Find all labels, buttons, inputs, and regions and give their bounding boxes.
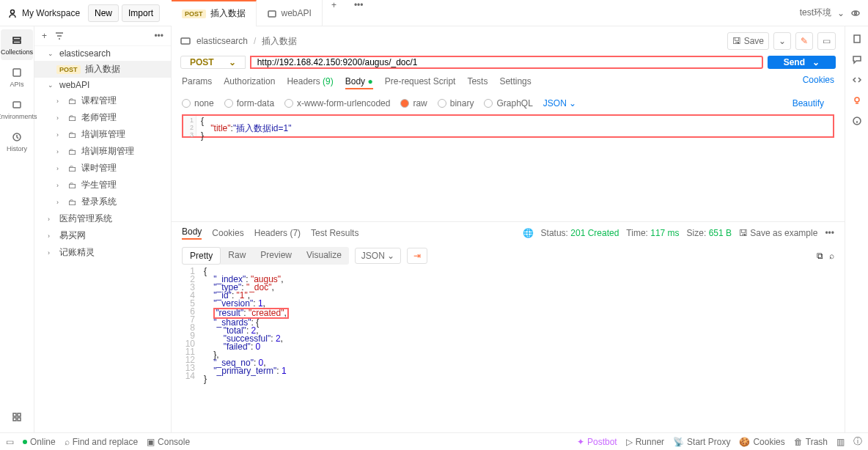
tab-request-1[interactable]: POST 插入数据 bbox=[172, 0, 257, 26]
panel-toggle-icon[interactable]: ▭ bbox=[6, 437, 14, 447]
body-raw[interactable]: raw bbox=[400, 98, 427, 108]
search-icon[interactable]: ⌕ bbox=[829, 251, 834, 261]
new-button[interactable]: New bbox=[88, 4, 119, 22]
postbot-button[interactable]: ✦ Postbot bbox=[577, 437, 617, 447]
cookies-link[interactable]: Cookies bbox=[803, 75, 834, 89]
request-body-editor[interactable]: 123 { "title":"插入数据id=1" } bbox=[182, 114, 834, 138]
tree-collection[interactable]: ›医药管理系统 bbox=[34, 210, 171, 227]
tab-tests[interactable]: Tests bbox=[467, 75, 488, 89]
environment-name: test环境 bbox=[800, 7, 831, 19]
add-button[interactable]: + bbox=[42, 31, 47, 41]
add-tab-button[interactable]: + bbox=[323, 0, 345, 26]
chevron-down-icon: ⌄ bbox=[229, 57, 236, 67]
left-rail: Collections APIs Environments History bbox=[0, 26, 34, 432]
environment-selector[interactable]: test环境 ⌄ bbox=[792, 7, 868, 19]
copy-icon[interactable]: ⧉ bbox=[817, 251, 823, 261]
help-icon[interactable]: ⓘ bbox=[853, 435, 862, 448]
send-button[interactable]: Send⌄ bbox=[768, 56, 836, 69]
wrap-icon[interactable]: ⇥ bbox=[407, 248, 427, 264]
bulb-icon[interactable] bbox=[852, 95, 862, 106]
rail-environments[interactable]: Environments bbox=[1, 94, 33, 125]
info-icon[interactable] bbox=[852, 116, 862, 126]
tree-folder[interactable]: ›🗀课时管理 bbox=[34, 160, 171, 177]
breadcrumb-collection[interactable]: elasticsearch bbox=[196, 36, 248, 46]
view-raw[interactable]: Raw bbox=[221, 247, 253, 265]
tab-body[interactable]: Body ● bbox=[345, 75, 373, 89]
two-pane-icon[interactable]: ▥ bbox=[836, 437, 845, 447]
filter-icon[interactable] bbox=[54, 31, 65, 41]
more-icon[interactable]: ••• bbox=[825, 228, 834, 238]
tree-collection[interactable]: ›记账精灵 bbox=[34, 244, 171, 261]
tree-folder[interactable]: ›🗀学生管理 bbox=[34, 177, 171, 193]
tree-collection[interactable]: ⌄webAPI bbox=[34, 78, 171, 92]
view-visualize[interactable]: Visualize bbox=[299, 247, 349, 265]
tree-collection[interactable]: ›易买网 bbox=[34, 227, 171, 244]
code-icon[interactable] bbox=[852, 75, 862, 85]
body-urlencoded[interactable]: x-www-form-urlencoded bbox=[284, 98, 390, 108]
method-badge: POST bbox=[182, 10, 206, 18]
body-none[interactable]: none bbox=[182, 98, 214, 108]
comments-icon[interactable] bbox=[852, 54, 862, 64]
resp-format-selector[interactable]: JSON ⌄ bbox=[355, 248, 401, 264]
workspace-name: My Workspace bbox=[22, 8, 80, 18]
tab-menu-button[interactable]: ••• bbox=[345, 0, 372, 26]
tab-auth[interactable]: Authorization bbox=[224, 75, 275, 89]
svg-rect-5 bbox=[13, 41, 21, 43]
body-formdata[interactable]: form-data bbox=[224, 98, 274, 108]
tree-folder[interactable]: ›🗀登录系统 bbox=[34, 193, 171, 210]
workspace-selector[interactable]: My Workspace New Import bbox=[0, 4, 172, 22]
cookies-button[interactable]: 🍪 Cookies bbox=[739, 437, 784, 447]
tab-params[interactable]: Params bbox=[182, 75, 212, 89]
rail-collections[interactable]: Collections bbox=[1, 29, 33, 60]
save-button[interactable]: 🖫 Save bbox=[727, 32, 769, 50]
tree-folder[interactable]: ›🗀培训班管理 bbox=[34, 126, 171, 143]
tree-collection[interactable]: ⌄elasticsearch bbox=[34, 46, 171, 61]
proxy-button[interactable]: 📡 Start Proxy bbox=[673, 437, 730, 447]
resp-tab-cookies[interactable]: Cookies bbox=[212, 228, 243, 238]
tab-headers[interactable]: Headers (9) bbox=[287, 75, 333, 89]
response-body[interactable]: 1234567891011121314 { "_index": "augus",… bbox=[182, 268, 834, 432]
svg-point-3 bbox=[855, 12, 857, 14]
comment-icon[interactable]: ▭ bbox=[817, 32, 836, 50]
globe-icon[interactable]: 🌐 bbox=[523, 228, 534, 238]
resp-tab-tests[interactable]: Test Results bbox=[311, 228, 358, 238]
tab-label: 插入数据 bbox=[210, 7, 246, 20]
tree-folder[interactable]: ›🗀培训班期管理 bbox=[34, 143, 171, 160]
tree-folder[interactable]: ›🗀老师管理 bbox=[34, 109, 171, 126]
url-input[interactable] bbox=[257, 57, 756, 67]
edit-icon[interactable]: ✎ bbox=[795, 32, 813, 50]
chevron-down-icon: ⌄ bbox=[837, 8, 845, 18]
resp-tab-body[interactable]: Body bbox=[182, 226, 202, 240]
tab-prereq[interactable]: Pre-request Script bbox=[385, 75, 456, 89]
trash-button[interactable]: 🗑 Trash bbox=[794, 437, 828, 447]
view-preview[interactable]: Preview bbox=[253, 247, 299, 265]
more-icon[interactable]: ••• bbox=[154, 31, 163, 41]
save-example-button[interactable]: 🖫 Save as example bbox=[739, 228, 817, 238]
status-label: Status: 201 Created bbox=[541, 228, 619, 238]
view-pretty[interactable]: Pretty bbox=[182, 247, 221, 265]
size-label: Size: 651 B bbox=[687, 228, 732, 238]
find-replace[interactable]: ⌕ Find and replace bbox=[65, 437, 138, 447]
rail-configure[interactable] bbox=[1, 406, 33, 428]
eye-icon[interactable] bbox=[850, 8, 861, 18]
beautify-link[interactable]: Beautify bbox=[792, 98, 834, 108]
collection-tree: ⌄elasticsearch POST插入数据 ⌄webAPI ›🗀课程管理 ›… bbox=[34, 46, 171, 432]
save-dropdown[interactable]: ⌄ bbox=[773, 32, 791, 50]
body-binary[interactable]: binary bbox=[438, 98, 474, 108]
tree-folder[interactable]: ›🗀课程管理 bbox=[34, 92, 171, 109]
tab-request-2[interactable]: webAPI bbox=[257, 0, 323, 26]
resp-tab-headers[interactable]: Headers (7) bbox=[254, 228, 301, 238]
docs-icon[interactable] bbox=[852, 34, 862, 44]
method-selector[interactable]: POST⌄ bbox=[180, 56, 246, 69]
tree-request-active[interactable]: POST插入数据 bbox=[34, 61, 171, 78]
request-panel: elasticsearch / 插入数据 🖫 Save ⌄ ✎ ▭ POST⌄ … bbox=[172, 26, 845, 432]
body-graphql[interactable]: GraphQL bbox=[484, 98, 532, 108]
import-button[interactable]: Import bbox=[122, 4, 160, 22]
online-status[interactable]: Online bbox=[23, 437, 56, 447]
tab-settings[interactable]: Settings bbox=[499, 75, 531, 89]
rail-history[interactable]: History bbox=[1, 126, 33, 157]
console-toggle[interactable]: ▣ Console bbox=[147, 437, 190, 447]
body-format-selector[interactable]: JSON ⌄ bbox=[543, 98, 576, 108]
rail-apis[interactable]: APIs bbox=[1, 62, 33, 92]
runner-button[interactable]: ▷ Runner bbox=[626, 437, 664, 447]
